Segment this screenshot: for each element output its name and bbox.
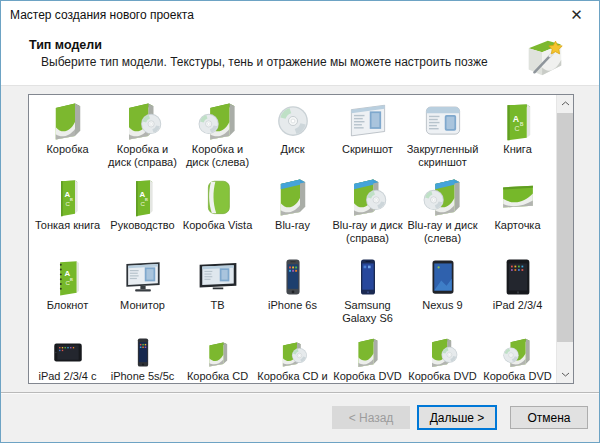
content-area: КоробкаКоробка и диск (справа)Коробка и … (1, 86, 599, 392)
model-item[interactable]: Книга (480, 97, 555, 173)
vista-icon (195, 176, 241, 218)
button-bar: < Назад Дальше > Отмена (1, 392, 599, 442)
cd-box-icon (195, 336, 241, 369)
model-item[interactable]: Коробка Vista (180, 173, 255, 253)
model-item[interactable]: ТВ (180, 253, 255, 333)
wizard-box-wand-icon (521, 33, 567, 79)
model-item-label: Книга (503, 143, 532, 156)
model-item[interactable]: Руководство (105, 173, 180, 253)
screenshot-icon (345, 100, 391, 142)
page-title: Тип модели (1, 29, 599, 55)
model-item[interactable]: Блокнот (30, 253, 105, 333)
model-item[interactable]: Blu-ray и диск (справа) (330, 173, 405, 253)
tv-icon (195, 256, 241, 298)
model-item-label: Коробка DVD и (480, 370, 555, 384)
notepad-icon (45, 256, 91, 298)
model-item-label: Коробка и диск (слева) (180, 143, 255, 169)
model-item[interactable]: iPad 2/3/4 с (30, 333, 105, 384)
model-item[interactable]: Коробка CD и (255, 333, 330, 384)
model-item-label: Blu-ray (275, 219, 310, 232)
model-item-label: Коробка Vista (183, 219, 253, 232)
cancel-button[interactable]: Отмена (510, 406, 588, 429)
bluray-disc-r-icon (345, 176, 391, 218)
model-item[interactable]: Тонкая книга (30, 173, 105, 253)
model-item-label: iPhone 6s (268, 299, 317, 312)
model-item[interactable]: Коробка DVD и (480, 333, 555, 384)
model-item[interactable]: Карточка (480, 173, 555, 253)
model-item-label: Blu-ray и диск (слева) (405, 219, 480, 245)
dvd-box-disc-r-icon (420, 336, 466, 369)
phone5-icon (120, 336, 166, 369)
model-item[interactable]: Коробка CD (180, 333, 255, 384)
scroll-up-button[interactable] (557, 95, 574, 112)
model-item-label: Коробка CD (187, 370, 248, 383)
dvd-box-icon (345, 336, 391, 369)
model-item[interactable]: Коробка DVD и (405, 333, 480, 384)
model-item[interactable]: Коробка и диск (справа) (105, 97, 180, 173)
model-item[interactable]: Nexus 9 (405, 253, 480, 333)
model-item-label: Коробка CD и (257, 370, 327, 383)
wizard-dialog: Мастер создания нового проекта ✕ Тип мод… (0, 0, 600, 443)
model-item[interactable]: Скриншот (330, 97, 405, 173)
vertical-scrollbar[interactable] (556, 95, 573, 383)
model-item-label: iPad 2/3/4 с (38, 370, 96, 383)
back-button[interactable]: < Назад (332, 406, 410, 429)
scrollbar-thumb[interactable] (557, 113, 574, 342)
book-thin-icon (45, 176, 91, 218)
page-subtitle: Выберите тип модели. Текстуры, тень и от… (1, 55, 599, 69)
chevron-up-icon (561, 101, 570, 106)
model-item-label: iPad 2/3/4 (493, 299, 543, 312)
model-item[interactable]: Коробка DVD (330, 333, 405, 384)
model-grid: КоробкаКоробка и диск (справа)Коробка и … (30, 97, 556, 384)
model-item[interactable]: Коробка (30, 97, 105, 173)
cd-box-disc-icon (270, 336, 316, 369)
ipad-icon (495, 256, 541, 298)
model-item-label: Коробка (46, 143, 88, 156)
dvd-box-disc-l-icon (495, 336, 541, 369)
phone6-icon (270, 256, 316, 298)
disc-icon (270, 100, 316, 142)
model-item[interactable]: iPhone 5s/5c (105, 333, 180, 384)
model-item[interactable]: Монитор (105, 253, 180, 333)
model-type-listbox: КоробкаКоробка и диск (справа)Коробка и … (28, 94, 574, 384)
model-item-label: Blu-ray и диск (справа) (330, 219, 405, 245)
nexus-icon (420, 256, 466, 298)
model-item[interactable]: Samsung Galaxy S6 (330, 253, 405, 333)
model-item-label: Тонкая книга (35, 219, 100, 232)
model-item[interactable]: iPad 2/3/4 (480, 253, 555, 333)
model-item-label: Закругленный скриншот (405, 143, 480, 169)
box-disc-r-icon (120, 100, 166, 142)
wizard-header: Тип модели Выберите тип модели. Текстуры… (1, 29, 599, 86)
model-item[interactable]: Диск (255, 97, 330, 173)
model-item-label: Блокнот (47, 299, 89, 312)
model-item-label: Карточка (494, 219, 540, 232)
model-item[interactable]: Коробка и диск (слева) (180, 97, 255, 173)
next-button[interactable]: Дальше > (417, 405, 497, 430)
close-icon: ✕ (570, 6, 583, 24)
model-item-label: Скриншот (342, 143, 393, 156)
model-item-label: ТВ (210, 299, 224, 312)
chevron-down-icon (561, 372, 570, 377)
scroll-down-button[interactable] (557, 366, 574, 383)
window-title: Мастер создания нового проекта (1, 8, 554, 22)
screenshot-round-icon (420, 100, 466, 142)
title-bar: Мастер создания нового проекта ✕ (1, 1, 599, 29)
model-item-label: Nexus 9 (422, 299, 462, 312)
ipad-land-icon (45, 336, 91, 369)
book-icon (495, 100, 541, 142)
box-icon (45, 100, 91, 142)
galaxy-icon (345, 256, 391, 298)
bluray-disc-l-icon (420, 176, 466, 218)
model-item-label: Руководство (110, 219, 174, 232)
model-item[interactable]: Blu-ray (255, 173, 330, 253)
model-item-label: Samsung Galaxy S6 (330, 299, 405, 325)
model-item[interactable]: Закругленный скриншот (405, 97, 480, 173)
box-disc-l-icon (195, 100, 241, 142)
model-item-label: Монитор (120, 299, 165, 312)
book-thin-icon (120, 176, 166, 218)
model-item[interactable]: Blu-ray и диск (слева) (405, 173, 480, 253)
model-item-label: Коробка DVD (333, 370, 402, 383)
model-item-label: Коробка DVD и (405, 370, 480, 384)
close-button[interactable]: ✕ (554, 1, 599, 29)
model-item[interactable]: iPhone 6s (255, 253, 330, 333)
